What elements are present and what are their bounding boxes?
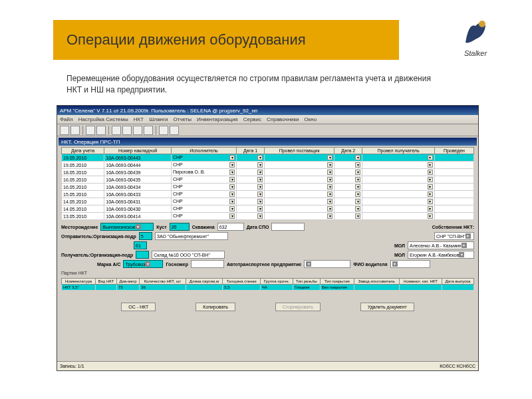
app-titlebar: АРМ "Селена" V 7.11 от 21.09.2009г. Поль… xyxy=(57,106,478,115)
menu-spravochniki[interactable]: Справочники xyxy=(267,116,299,122)
print-icon[interactable] xyxy=(70,126,80,135)
statusbar: Запись: 1/1 КОбСС КСНбСС xyxy=(57,361,478,370)
detail-row[interactable]: НКТ 3,5"73 365,5 ЧАГладкаяБез покрытия xyxy=(62,285,474,291)
col-supplier[interactable]: Провел поставщик xyxy=(265,148,334,154)
table-row[interactable]: 16.05.201010А-0693-00434СНР▾▾▾▾▾ xyxy=(62,184,474,191)
cut-icon[interactable] xyxy=(86,126,95,135)
mesto-input[interactable]: Вынгаяхинское▾ xyxy=(100,223,154,231)
menu-reports[interactable]: Отчеты xyxy=(173,116,192,122)
intro-text: Перемещение оборудования осуществляется … xyxy=(66,73,439,96)
slide-title: Операции движения оборудования xyxy=(66,31,306,49)
menu-nkt[interactable]: НКТ xyxy=(134,116,144,122)
atp-input[interactable]: ▾ xyxy=(304,260,350,268)
col-receiver[interactable]: Провел получатель xyxy=(362,148,435,154)
table-row[interactable]: 19.05.201010А-0693-00443СНР▾▾▾▾▾ xyxy=(62,154,474,162)
sobstv-input[interactable]: СНР "СП-ВН"▾ xyxy=(434,232,474,240)
gos-input[interactable] xyxy=(191,260,224,268)
form-area: Месторождение Вынгаяхинское▾ Куст 20 Скв… xyxy=(61,223,474,275)
skv-input[interactable]: 632 xyxy=(217,223,244,231)
child-titlebar: НКТ. Операция ПРС-ТП xyxy=(59,138,477,146)
spo-input[interactable] xyxy=(271,223,305,231)
atp-label: Автотранспортное предприятие xyxy=(227,262,301,267)
group-label: Партии НКТ xyxy=(61,271,474,275)
menu-window[interactable]: Окно xyxy=(305,116,317,122)
first-icon[interactable] xyxy=(112,126,121,135)
copy-button[interactable]: Копировать xyxy=(196,303,235,311)
marka-input[interactable]: Трубовоз▾ xyxy=(123,260,163,268)
mol2-input[interactable]: Егоркин А.В.-Камбеков▾ xyxy=(408,251,474,259)
toolbar xyxy=(57,124,478,136)
table-row[interactable]: 19.05.201010А-0693-00444СНР▾▾▾▾▾ xyxy=(62,162,474,169)
svg-point-0 xyxy=(479,21,485,27)
chevron-down-icon: ▾ xyxy=(136,224,141,229)
org2-input[interactable]: Склад №10 ООО "СП-ВН" xyxy=(152,251,225,259)
table-row[interactable]: 14.05.201010А-0693-00430СНР▾▾▾▾▾ xyxy=(62,205,474,213)
menubar[interactable]: Файл Настройка Системы НКТ Шланги Отчеты… xyxy=(57,115,478,124)
disk-icon[interactable] xyxy=(159,126,168,135)
delete-button[interactable]: Удалить документ xyxy=(360,303,414,311)
table-row[interactable]: 15.05.201010А-0693-00433СНР▾▾▾▾▾ xyxy=(62,191,474,198)
documents-grid[interactable]: Дата учета Номер накладной Исполнитель Д… xyxy=(61,147,474,220)
fio-input[interactable]: ▾ xyxy=(390,260,430,268)
gos-label: Госномер xyxy=(166,262,188,267)
skv-label: Скважина xyxy=(192,225,215,229)
record-status: Запись: 1/1 xyxy=(60,364,84,368)
kb-status: КОбСС КСНбСС xyxy=(440,364,475,368)
menu-file[interactable]: Файл xyxy=(60,116,73,122)
otprav-input1[interactable]: 5 xyxy=(139,232,152,240)
spo-label: Дата СПО xyxy=(247,225,269,229)
fio-label: ФИО водителя xyxy=(353,262,387,267)
table-row[interactable]: 14.05.201010А-0693-00431СНР▾▾▾▾▾ xyxy=(62,198,474,205)
col-number[interactable]: Номер накладной xyxy=(104,148,172,154)
col-date1[interactable]: Дата 1 xyxy=(237,148,265,154)
menu-settings[interactable]: Настройка Системы xyxy=(78,116,128,122)
col-date2[interactable]: Дата 2 xyxy=(334,148,362,154)
col-executor[interactable]: Исполнитель xyxy=(171,148,236,154)
oc-nkt-button[interactable]: ОС - НКТ xyxy=(121,303,156,311)
mesto-label: Месторождение xyxy=(61,225,98,229)
menu-service[interactable]: Сервис xyxy=(243,116,261,122)
table-row[interactable]: 13.05.201010А-0693-00414СНР▾▾▾▾▾ xyxy=(62,213,474,220)
last-icon[interactable] xyxy=(144,126,153,135)
col-date[interactable]: Дата учета xyxy=(62,148,104,154)
prev-icon[interactable] xyxy=(122,126,132,135)
menu-shlangi[interactable]: Шланги xyxy=(149,116,168,122)
marka-label: Марка А/С xyxy=(97,262,120,267)
mol2-label: МОЛ xyxy=(394,253,405,257)
copy-icon[interactable] xyxy=(96,126,106,135)
save-icon[interactable] xyxy=(60,126,69,135)
logo-text: Stalker xyxy=(464,49,487,57)
mol1-label: МОЛ xyxy=(394,243,405,248)
otprav-input2[interactable]: 61 xyxy=(134,241,147,249)
poluch-input[interactable] xyxy=(136,251,149,259)
org1-input[interactable]: ЗАО "Обьнефтеремонт" xyxy=(155,232,228,240)
kust-label: Куст xyxy=(156,225,166,229)
table-row[interactable]: 16.05.201010А-0693-00435СНР▾▾▾▾▾ xyxy=(62,176,474,184)
app-window: АРМ "Селена" V 7.11 от 21.09.2009г. Поль… xyxy=(57,105,479,371)
poluch-label: Получатель:Организация-подр xyxy=(61,253,133,257)
stalker-logo: Stalker xyxy=(452,13,499,60)
otprav-label: Отправитель:Организация-подр xyxy=(61,234,136,239)
col-posted[interactable]: Проведен xyxy=(434,148,473,154)
slide-title-bar: Операции движения оборудования xyxy=(53,20,399,60)
next-icon[interactable] xyxy=(133,126,142,135)
help-icon[interactable] xyxy=(170,126,179,135)
detail-grid[interactable]: НоменклатураВид НКТ Диа-метрКоличество Н… xyxy=(61,278,474,291)
menu-inventory[interactable]: Инвентаризация xyxy=(197,116,238,122)
kust-input[interactable]: 20 xyxy=(170,223,190,231)
mol1-input[interactable]: Алесенко А.В.- Казьмин▾ xyxy=(408,241,474,249)
button-row: ОС - НКТ Копировать Сторнировать Удалить… xyxy=(57,303,478,311)
sobstv-label: Собственник НКТ: xyxy=(432,225,474,229)
table-row[interactable]: 18.05.201010А-0693-00439Пирогова О. В.▾▾… xyxy=(62,169,474,176)
storno-button[interactable]: Сторнировать xyxy=(275,303,321,311)
